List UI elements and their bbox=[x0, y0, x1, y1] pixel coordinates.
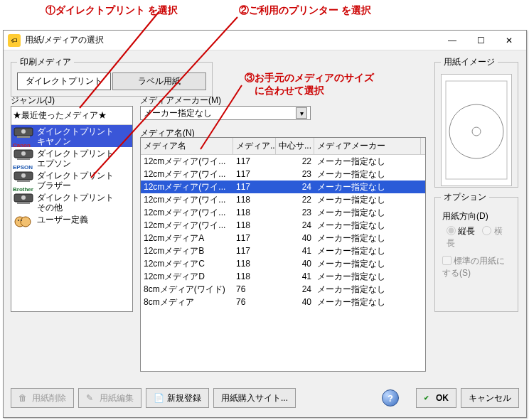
table-row[interactable]: 12cmメディアB11741メーカー指定なし bbox=[141, 244, 425, 257]
standard-paper-checkbox[interactable]: 標準の用紙にする(S) bbox=[442, 256, 505, 278]
table-row[interactable]: 12cmメディアA11740メーカー指定なし bbox=[141, 232, 425, 244]
table-row[interactable]: 12cmメディア(ワイ...11722メーカー指定なし bbox=[141, 155, 425, 168]
cell-name: 12cmメディア(ワイ... bbox=[141, 207, 233, 219]
genre-item[interactable]: ダイレクトプリントその他 bbox=[11, 191, 132, 213]
cell-diam: 117 bbox=[233, 169, 276, 179]
ok-button[interactable]: ✔ OK bbox=[416, 388, 456, 408]
annotation-2: ②ご利用のプリンター を選択 bbox=[239, 4, 371, 17]
table-row[interactable]: 12cmメディア(ワイ...11724メーカー指定なし bbox=[141, 181, 425, 193]
tab-direct-print[interactable]: ダイレクトプリント bbox=[17, 72, 111, 90]
cell-name: 12cmメディア(ワイ... bbox=[141, 168, 233, 181]
edit-icon: ✎ bbox=[86, 393, 96, 403]
preview-image bbox=[441, 74, 512, 186]
cell-center: 22 bbox=[276, 195, 314, 205]
table-row[interactable]: 12cmメディアD11841メーカー指定なし bbox=[141, 270, 425, 283]
cell-name: 12cmメディアA bbox=[141, 232, 233, 244]
edit-paper-button[interactable]: ✎ 用紙編集 bbox=[78, 388, 141, 408]
table-row[interactable]: 12cmメディア(ワイ...11823メーカー指定なし bbox=[141, 206, 425, 219]
cancel-label: キャンセル bbox=[469, 392, 511, 404]
table-row[interactable]: 12cmメディア(ワイ...11822メーカー指定なし bbox=[141, 193, 425, 206]
col-center[interactable]: 中心サ... bbox=[276, 138, 314, 154]
maximize-button[interactable]: ☐ bbox=[466, 32, 495, 49]
svg-point-8 bbox=[21, 151, 26, 156]
close-button[interactable]: ✕ bbox=[495, 32, 523, 49]
help-button[interactable]: ? bbox=[382, 389, 399, 406]
new-icon: 📄 bbox=[154, 393, 164, 403]
dialog-window: 🏷 用紙/メディアの選択 — ☐ ✕ 印刷メディア ダイレクトプリント ラベル用… bbox=[3, 30, 527, 418]
printer-icon: EPSON bbox=[13, 149, 34, 167]
cell-center: 22 bbox=[276, 156, 314, 166]
genre-item[interactable]: Canonダイレクトプリントキヤノン bbox=[11, 125, 132, 147]
cell-maker: メーカー指定なし bbox=[314, 181, 421, 193]
col-media-name[interactable]: メディア名 bbox=[141, 138, 233, 154]
orient-vertical-radio[interactable]: 縦長 bbox=[447, 226, 478, 236]
svg-rect-10 bbox=[17, 180, 30, 182]
cell-diam: 117 bbox=[233, 182, 276, 192]
genre-item[interactable]: ユーザー定義 bbox=[11, 213, 132, 234]
purchase-button[interactable]: 用紙購入サイト... bbox=[213, 388, 296, 408]
genre-list[interactable]: ★最近使ったメディア★ CanonダイレクトプリントキヤノンEPSONダイレクト… bbox=[11, 106, 133, 312]
svg-point-14 bbox=[21, 195, 26, 200]
cell-center: 24 bbox=[276, 182, 314, 192]
cell-maker: メーカー指定なし bbox=[314, 271, 421, 283]
table-row[interactable]: 12cmメディアC11840メーカー指定なし bbox=[141, 257, 425, 270]
purchase-label: 用紙購入サイト... bbox=[221, 392, 288, 404]
cell-diam: 117 bbox=[233, 156, 276, 166]
maker-select[interactable]: メーカー指定なし ▾ bbox=[140, 106, 311, 120]
col-maker[interactable]: メディアメーカー bbox=[314, 138, 421, 154]
svg-point-18 bbox=[21, 220, 22, 221]
cell-diam: 76 bbox=[233, 297, 276, 307]
cell-diam: 118 bbox=[233, 208, 276, 217]
new-paper-label: 新規登録 bbox=[167, 392, 201, 404]
maker-label: メディアメーカー(M) bbox=[140, 95, 221, 107]
printer-icon: Canon bbox=[13, 126, 34, 145]
printer-icon: Brother bbox=[13, 171, 34, 189]
media-table[interactable]: メディア名 メディア... 中心サ... メディアメーカー 12cmメディア(ワ… bbox=[140, 137, 426, 372]
tab-label-paper[interactable]: ラベル用紙 bbox=[112, 72, 206, 90]
media-table-header: メディア名 メディア... 中心サ... メディアメーカー bbox=[141, 138, 425, 155]
delete-paper-label: 用紙削除 bbox=[32, 392, 66, 404]
genre-item-line1: ダイレクトプリント bbox=[37, 193, 114, 203]
cell-diam: 118 bbox=[233, 259, 276, 269]
trash-icon: 🗑 bbox=[18, 393, 28, 403]
svg-point-17 bbox=[18, 220, 19, 221]
cell-maker: メーカー指定なし bbox=[314, 232, 421, 244]
genre-item[interactable]: Brotherダイレクトプリントブラザー bbox=[11, 169, 132, 191]
footer-buttons: 🗑 用紙削除 ✎ 用紙編集 📄 新規登録 用紙購入サイト... ? ✔ OK bbox=[11, 386, 519, 410]
cell-center: 23 bbox=[276, 208, 314, 217]
minimize-button[interactable]: — bbox=[438, 32, 466, 49]
cell-diam: 118 bbox=[233, 220, 276, 230]
genre-item-line2: ブラザー bbox=[37, 181, 114, 190]
table-row[interactable]: 12cmメディア(ワイ...11723メーカー指定なし bbox=[141, 168, 425, 181]
svg-rect-13 bbox=[17, 202, 30, 204]
cell-maker: メーカー指定なし bbox=[314, 245, 421, 257]
delete-paper-button[interactable]: 🗑 用紙削除 bbox=[11, 388, 74, 408]
cancel-button[interactable]: キャンセル bbox=[461, 388, 519, 408]
cell-maker: メーカー指定なし bbox=[314, 258, 421, 270]
genre-item-line2: その他 bbox=[37, 203, 114, 212]
cell-diam: 118 bbox=[233, 195, 276, 205]
cell-name: 12cmメディア(ワイ... bbox=[141, 181, 233, 193]
genre-item[interactable]: EPSONダイレクトプリントエプソン bbox=[11, 147, 132, 169]
col-media-diam[interactable]: メディア... bbox=[233, 138, 276, 154]
maker-value: メーカー指定なし bbox=[144, 107, 212, 119]
cell-name: 8cmメディア bbox=[141, 296, 233, 308]
annotation-1: ①ダイレクトプリント を選択 bbox=[46, 4, 178, 17]
genre-label: ジャンル(J) bbox=[11, 95, 55, 107]
genre-item-line2: キヤノン bbox=[37, 136, 114, 146]
check-icon: ✔ bbox=[424, 394, 429, 402]
cell-maker: メーカー指定なし bbox=[314, 284, 421, 296]
new-paper-button[interactable]: 📄 新規登録 bbox=[146, 388, 209, 408]
cell-center: 41 bbox=[276, 246, 314, 256]
cell-name: 8cmメディア(ワイド) bbox=[141, 284, 233, 296]
cell-name: 12cmメディアC bbox=[141, 258, 233, 270]
table-row[interactable]: 12cmメディア(ワイ...11824メーカー指定なし bbox=[141, 219, 425, 232]
table-row[interactable]: 8cmメディア(ワイド)7624メーカー指定なし bbox=[141, 283, 425, 296]
cell-center: 40 bbox=[276, 297, 314, 307]
cell-diam: 117 bbox=[233, 246, 276, 256]
preview-legend: 用紙イメージ bbox=[441, 56, 498, 68]
cell-name: 12cmメディア(ワイ... bbox=[141, 156, 233, 168]
cell-diam: 117 bbox=[233, 233, 276, 243]
cell-name: 12cmメディア(ワイ... bbox=[141, 194, 233, 206]
table-row[interactable]: 8cmメディア7640メーカー指定なし bbox=[141, 296, 425, 308]
